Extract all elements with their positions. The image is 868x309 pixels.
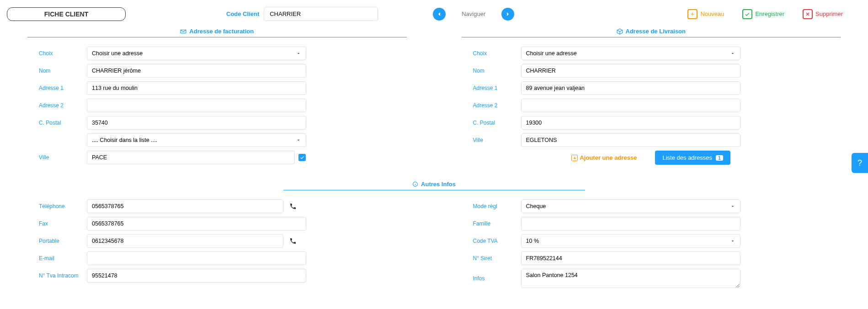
billing-city-list-select[interactable]: .... Choisir dans la liste .... <box>87 133 306 147</box>
page-title: FICHE CLIENT <box>7 7 126 21</box>
billing-adr1-label: Adresse 1 <box>39 85 87 91</box>
mode-regl-label: Mode règl <box>473 203 521 209</box>
delivery-choix-select[interactable]: Choisir une adresse <box>521 47 740 60</box>
email-label: E-mail <box>39 255 87 262</box>
delivery-ville-input[interactable] <box>521 133 740 147</box>
code-client-label: Code Client <box>226 10 259 17</box>
billing-ville-checkbox[interactable] <box>298 154 306 161</box>
delivery-adr2-input[interactable] <box>521 99 740 112</box>
add-address-label: Ajouter une adresse <box>580 154 637 161</box>
arrow-right-icon <box>504 10 511 18</box>
delivery-choix-label: Choix <box>473 50 521 57</box>
new-button[interactable]: Nouveau <box>687 9 724 19</box>
arrow-left-icon <box>436 10 443 18</box>
delivery-adr2-label: Adresse 2 <box>473 102 521 109</box>
add-address-button[interactable]: + Ajouter une adresse <box>571 151 637 165</box>
check-icon <box>742 9 752 19</box>
billing-nom-label: Nom <box>39 68 87 74</box>
tva-intra-input[interactable] <box>87 269 306 283</box>
tva-intra-label: N° Tva Intracom <box>39 272 87 279</box>
fax-label: Fax <box>39 220 87 227</box>
plus-icon <box>687 9 698 19</box>
info-icon <box>412 181 418 187</box>
plus-icon: + <box>571 155 578 161</box>
siret-input[interactable] <box>521 251 740 265</box>
phone-icon[interactable] <box>289 237 297 245</box>
code-tva-label: Code TVA <box>473 238 521 244</box>
x-icon <box>803 9 813 19</box>
nav-next-button[interactable] <box>501 8 514 21</box>
mode-regl-select[interactable]: Cheque <box>521 199 740 213</box>
billing-choix-select[interactable]: Choisir une adresse <box>87 47 306 60</box>
delivery-cp-input[interactable] <box>521 116 740 130</box>
code-client-input[interactable] <box>264 7 378 21</box>
billing-ville-input[interactable] <box>87 151 295 164</box>
check-icon <box>300 155 304 160</box>
list-addresses-button[interactable]: Liste des adresses 1 <box>655 151 730 165</box>
mobile-label: Portable <box>39 238 87 244</box>
billing-cp-input[interactable] <box>87 116 306 130</box>
delivery-nom-label: Nom <box>473 68 521 74</box>
delivery-ville-label: Ville <box>473 137 521 143</box>
package-icon <box>617 28 623 35</box>
code-tva-select[interactable]: 10 % <box>521 234 740 248</box>
infos-textarea[interactable] <box>521 269 740 288</box>
fax-input[interactable] <box>87 217 306 230</box>
billing-adr1-input[interactable] <box>87 81 306 95</box>
billing-cp-label: C. Postal <box>39 120 87 126</box>
phone-icon[interactable] <box>289 202 297 210</box>
nav-prev-button[interactable] <box>433 8 446 21</box>
help-button[interactable]: ? <box>852 153 868 173</box>
nav-label: Naviguer <box>462 10 485 17</box>
delete-button-label: Supprimer <box>815 10 843 17</box>
billing-adr2-input[interactable] <box>87 99 306 112</box>
save-button-label: Enregistrer <box>755 10 784 17</box>
tel-label: Téléphone <box>39 203 87 209</box>
siret-label: N° Siret <box>473 255 521 262</box>
save-button[interactable]: Enregistrer <box>742 9 784 19</box>
delivery-adr1-label: Adresse 1 <box>473 85 521 91</box>
billing-nom-input[interactable] <box>87 64 306 78</box>
billing-section-header: Adresse de facturation <box>27 28 407 37</box>
new-button-label: Nouveau <box>700 10 724 17</box>
other-section-header: Autres Infos <box>283 181 585 190</box>
delivery-nom-input[interactable] <box>521 64 740 78</box>
famille-label: Famille <box>473 220 521 227</box>
delete-button[interactable]: Supprimer <box>803 9 843 19</box>
billing-adr2-label: Adresse 2 <box>39 102 87 109</box>
delivery-section-header: Adresse de Livraison <box>462 28 841 37</box>
help-icon: ? <box>857 158 862 168</box>
email-input[interactable] <box>87 251 306 265</box>
billing-ville-label: Ville <box>39 154 87 161</box>
billing-choix-label: Choix <box>39 50 87 57</box>
famille-input[interactable] <box>521 217 740 230</box>
infos-label: Infos <box>473 275 521 282</box>
tel-input[interactable] <box>87 199 283 213</box>
list-addresses-label: Liste des adresses <box>662 154 712 161</box>
envelope-icon <box>180 28 186 35</box>
list-count-badge: 1 <box>716 155 723 161</box>
delivery-adr1-input[interactable] <box>521 81 740 95</box>
delivery-cp-label: C. Postal <box>473 120 521 126</box>
mobile-input[interactable] <box>87 234 283 248</box>
